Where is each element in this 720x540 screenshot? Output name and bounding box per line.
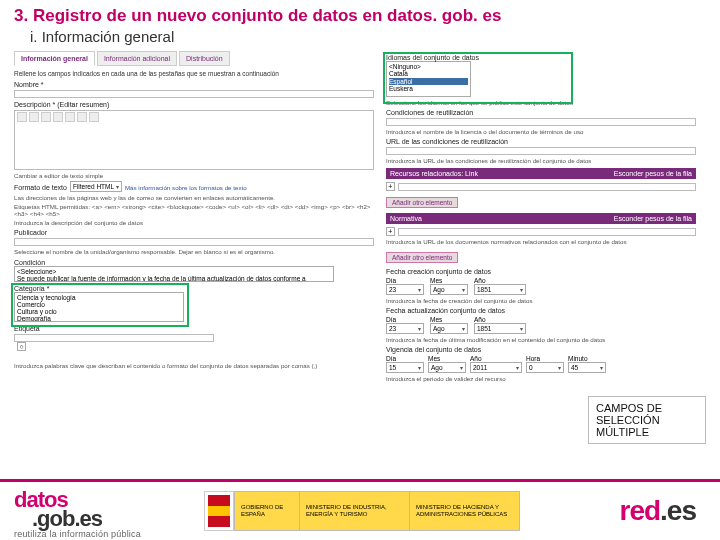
chevron-down-icon: ▾ xyxy=(116,183,119,190)
tab-info-adicional[interactable]: Información adicional xyxy=(97,51,177,66)
etiqueta-add[interactable]: ○ xyxy=(17,342,26,351)
idiomas-label: Idiomas del conjunto de datos xyxy=(386,54,696,61)
toolbar-btn[interactable] xyxy=(17,112,27,122)
url-cond-label: URL de las condiciones de reutilización xyxy=(386,138,696,145)
etiqueta-hint: Introduzca palabras clave que describan … xyxy=(14,362,374,369)
format-more-link[interactable]: Más información sobre los formatos de te… xyxy=(125,184,247,191)
intro-text: Rellene los campos indicados en cada una… xyxy=(14,70,374,78)
tab-info-general[interactable]: Información general xyxy=(14,51,95,66)
format-help-1: Las direcciones de las páginas web y las… xyxy=(14,194,374,201)
format-label: Formato de texto xyxy=(14,184,67,191)
gobierno-logo: GOBIERNO DE ESPAÑA MINISTERIO DE INDUSTR… xyxy=(204,491,520,531)
cond-reut-label: Condiciones de reutilización xyxy=(386,109,696,116)
toolbar-btn[interactable] xyxy=(53,112,63,122)
dia-select[interactable]: 15▾ xyxy=(386,362,424,373)
minuto-select[interactable]: 45▾ xyxy=(568,362,606,373)
url-cond-input[interactable] xyxy=(386,147,696,155)
condicion-label: Condición xyxy=(14,259,374,266)
normativa-header: NormativaEsconder pesos de la fila xyxy=(386,213,696,224)
mes-select[interactable]: Ago▾ xyxy=(430,323,468,334)
descripcion-editor[interactable] xyxy=(14,110,374,170)
fecha-act-hint: Introduzca la fecha de última modificaci… xyxy=(386,336,696,343)
publicador-hint: Seleccione el nombre de la unidad/organi… xyxy=(14,248,374,255)
datos-gob-logo: datos.gob.es reutiliza la información pú… xyxy=(14,490,186,533)
idiomas-multiselect[interactable]: <Ninguno> Català Español Euskera xyxy=(386,61,471,97)
plus-icon[interactable]: + xyxy=(386,182,395,191)
editor-toolbar xyxy=(15,111,373,123)
hora-select[interactable]: 0▾ xyxy=(526,362,564,373)
recursos-add-button[interactable]: Añadir otro elemento xyxy=(386,197,458,208)
fecha-crea-hint: Introduzca la fecha de creación del conj… xyxy=(386,297,696,304)
normativa-hint: Introduzca la URL de los documentos norm… xyxy=(386,238,696,245)
nombre-input[interactable] xyxy=(14,90,374,98)
format-help-2: Etiquetas HTML permitidas: <a> <em> <str… xyxy=(14,203,374,217)
page-subtitle: i. Información general xyxy=(0,28,720,51)
footer: datos.gob.es reutiliza la información pú… xyxy=(0,482,720,540)
editor-switch[interactable]: Cambiar a editor de texto simple xyxy=(14,172,374,179)
cond-reut-hint: Introduzca el nombre de la licencia o de… xyxy=(386,128,696,135)
publicador-input[interactable] xyxy=(14,238,374,246)
fecha-crea-label: Fecha creación conjunto de datos xyxy=(386,268,696,275)
mes-select[interactable]: Ago▾ xyxy=(428,362,466,373)
ano-select[interactable]: 2011▾ xyxy=(470,362,522,373)
categoria-label: Categoría * xyxy=(14,285,374,292)
toolbar-btn[interactable] xyxy=(77,112,87,122)
vigencia-label: Vigencia del conjunto de datos xyxy=(386,346,696,353)
tab-distribucion[interactable]: Distribución xyxy=(179,51,230,66)
ministerio-hacienda: MINISTERIO DE HACIENDA Y ADMINISTRACIONE… xyxy=(410,491,520,531)
gobierno-label: GOBIERNO DE ESPAÑA xyxy=(234,491,300,531)
callout-box: CAMPOS DE SELECCIÓN MÚLTIPLE xyxy=(588,396,706,444)
idiomas-hint: Seleccione los idiomas en los que se pub… xyxy=(386,99,696,106)
vigencia-hint: Introduzca el periodo de validez del rec… xyxy=(386,375,696,382)
etiqueta-label: Etiqueta xyxy=(14,325,374,332)
desc-hint: Introduzca la descripción del conjunto d… xyxy=(14,219,374,226)
descripcion-label: Descripción * (Editar resumen) xyxy=(14,101,374,108)
publicador-label: Publicador xyxy=(14,229,374,236)
toolbar-btn[interactable] xyxy=(89,112,99,122)
plus-icon[interactable]: + xyxy=(386,227,395,236)
tabs: Información general Información adiciona… xyxy=(14,51,374,66)
page-title: 3. Registro de un nuevo conjunto de dato… xyxy=(0,0,720,28)
format-select[interactable]: Filtered HTML▾ xyxy=(70,181,122,192)
ministerio-industria: MINISTERIO DE INDUSTRIA, ENERGÍA Y TURIS… xyxy=(300,491,410,531)
condicion-select[interactable]: <Seleccione> Se puede publicar la fuente… xyxy=(14,266,334,282)
red-es-logo: red.es xyxy=(619,495,696,527)
categoria-multiselect[interactable]: Ciencia y tecnología Comercio Cultura y … xyxy=(14,292,184,322)
dia-select[interactable]: 23▾ xyxy=(386,284,424,295)
normativa-add-button[interactable]: Añadir otro elemento xyxy=(386,252,458,263)
toolbar-btn[interactable] xyxy=(65,112,75,122)
dia-select[interactable]: 23▾ xyxy=(386,323,424,334)
ano-select[interactable]: 1851▾ xyxy=(474,323,526,334)
mes-select[interactable]: Ago▾ xyxy=(430,284,468,295)
cond-reut-input[interactable] xyxy=(386,118,696,126)
url-cond-hint: Introduzca la URL de las condiciones de … xyxy=(386,157,696,164)
recursos-input[interactable] xyxy=(398,183,696,191)
normativa-input[interactable] xyxy=(398,228,696,236)
toolbar-btn[interactable] xyxy=(29,112,39,122)
escudo-icon xyxy=(204,491,234,531)
etiqueta-input[interactable] xyxy=(14,334,214,342)
fecha-act-label: Fecha actualización conjunto de datos xyxy=(386,307,696,314)
ano-select[interactable]: 1851▾ xyxy=(474,284,526,295)
recursos-header: Recursos relacionados: LinkEsconder peso… xyxy=(386,168,696,179)
nombre-label: Nombre * xyxy=(14,81,374,88)
toolbar-btn[interactable] xyxy=(41,112,51,122)
